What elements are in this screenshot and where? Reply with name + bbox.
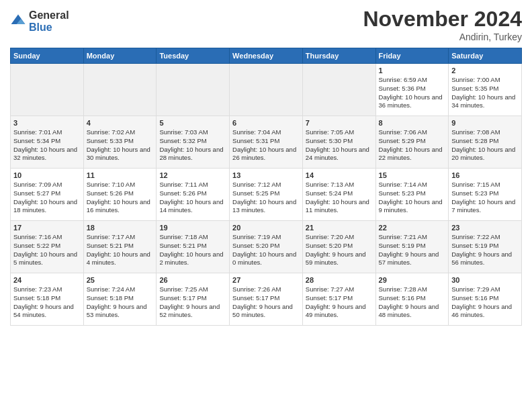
calendar-cell: [230, 64, 303, 116]
header-cell-friday: Friday: [375, 48, 449, 64]
header-cell-monday: Monday: [83, 48, 157, 64]
day-info: Sunset: 5:32 PM: [159, 137, 226, 146]
day-info: Sunset: 5:16 PM: [379, 294, 446, 303]
calendar-cell: 23Sunrise: 7:22 AMSunset: 5:19 PMDayligh…: [449, 221, 522, 273]
day-info: Sunrise: 7:28 AM: [379, 285, 446, 294]
calendar-cell: 27Sunrise: 7:26 AMSunset: 5:17 PMDayligh…: [230, 273, 303, 326]
day-info: Daylight: 10 hours and 16 minutes.: [87, 198, 154, 216]
day-info: Sunset: 5:17 PM: [232, 294, 300, 303]
day-info: Sunset: 5:36 PM: [379, 85, 446, 93]
day-info: Sunset: 5:33 PM: [87, 137, 154, 146]
day-info: Daylight: 10 hours and 32 minutes.: [13, 146, 81, 163]
day-info: Sunset: 5:20 PM: [306, 242, 373, 250]
day-number: 23: [451, 224, 519, 232]
day-info: Sunrise: 7:13 AM: [306, 181, 373, 189]
day-info: Sunset: 5:23 PM: [379, 189, 446, 198]
day-info: Daylight: 10 hours and 36 minutes.: [379, 93, 446, 111]
calendar-cell: 25Sunrise: 7:24 AMSunset: 5:18 PMDayligh…: [83, 273, 157, 326]
day-number: 29: [379, 276, 446, 284]
logo-text: General Blue: [29, 9, 69, 33]
day-info: Daylight: 9 hours and 54 minutes.: [13, 303, 81, 320]
day-info: Sunset: 5:25 PM: [232, 189, 300, 198]
day-info: Sunrise: 7:19 AM: [232, 233, 300, 242]
header-row: SundayMondayTuesdayWednesdayThursdayFrid…: [11, 48, 522, 64]
day-info: Daylight: 10 hours and 20 minutes.: [451, 146, 519, 163]
day-info: Sunrise: 7:29 AM: [451, 285, 519, 294]
calendar-week-2: 3Sunrise: 7:01 AMSunset: 5:34 PMDaylight…: [11, 116, 522, 169]
day-info: Daylight: 10 hours and 24 minutes.: [306, 146, 373, 163]
day-info: Sunrise: 7:16 AM: [13, 233, 81, 242]
calendar-cell: [157, 64, 230, 116]
calendar-cell: [302, 64, 375, 116]
day-number: 20: [232, 224, 300, 232]
day-number: 4: [87, 119, 154, 127]
day-info: Daylight: 10 hours and 11 minutes.: [306, 198, 373, 216]
day-number: 25: [87, 276, 154, 284]
header-cell-thursday: Thursday: [302, 48, 375, 64]
title-block: November 2024 Andirin, Turkey: [363, 7, 522, 42]
header-cell-tuesday: Tuesday: [157, 48, 230, 64]
day-info: Sunset: 5:18 PM: [13, 294, 81, 303]
logo-blue-text: Blue: [29, 21, 69, 34]
day-number: 9: [451, 119, 519, 127]
day-info: Daylight: 10 hours and 7 minutes.: [451, 198, 519, 216]
calendar-week-5: 24Sunrise: 7:23 AMSunset: 5:18 PMDayligh…: [11, 273, 522, 326]
calendar-cell: 24Sunrise: 7:23 AMSunset: 5:18 PMDayligh…: [11, 273, 84, 326]
day-info: Sunset: 5:30 PM: [306, 137, 373, 146]
calendar-cell: 6Sunrise: 7:04 AMSunset: 5:31 PMDaylight…: [230, 116, 303, 169]
day-info: Sunrise: 7:20 AM: [306, 233, 373, 242]
calendar-table: SundayMondayTuesdayWednesdayThursdayFrid…: [10, 48, 522, 326]
calendar-cell: 13Sunrise: 7:12 AMSunset: 5:25 PMDayligh…: [230, 169, 303, 221]
day-info: Sunset: 5:29 PM: [379, 137, 446, 146]
day-info: Sunrise: 7:12 AM: [232, 181, 300, 189]
day-number: 21: [306, 224, 373, 232]
day-info: Daylight: 10 hours and 14 minutes.: [159, 198, 226, 216]
page-header: General Blue November 2024 Andirin, Turk…: [10, 7, 522, 42]
day-number: 14: [306, 171, 373, 179]
day-info: Daylight: 9 hours and 49 minutes.: [306, 303, 373, 320]
calendar-cell: 12Sunrise: 7:11 AMSunset: 5:26 PMDayligh…: [157, 169, 230, 221]
day-number: 16: [451, 171, 519, 179]
calendar-week-4: 17Sunrise: 7:16 AMSunset: 5:22 PMDayligh…: [11, 221, 522, 273]
day-info: Sunrise: 7:15 AM: [451, 181, 519, 189]
day-info: Daylight: 10 hours and 9 minutes.: [379, 198, 446, 216]
day-info: Sunrise: 7:25 AM: [159, 285, 226, 294]
calendar-cell: 7Sunrise: 7:05 AMSunset: 5:30 PMDaylight…: [302, 116, 375, 169]
day-info: Sunrise: 7:02 AM: [87, 128, 154, 137]
calendar-cell: 18Sunrise: 7:17 AMSunset: 5:21 PMDayligh…: [83, 221, 157, 273]
day-info: Sunrise: 7:27 AM: [306, 285, 373, 294]
day-info: Sunrise: 7:18 AM: [159, 233, 226, 242]
day-info: Sunset: 5:19 PM: [451, 242, 519, 250]
calendar-week-1: 1Sunrise: 6:59 AMSunset: 5:36 PMDaylight…: [11, 64, 522, 116]
calendar-cell: 20Sunrise: 7:19 AMSunset: 5:20 PMDayligh…: [230, 221, 303, 273]
day-number: 15: [379, 171, 446, 179]
day-number: 5: [159, 119, 226, 127]
day-info: Sunset: 5:20 PM: [232, 242, 300, 250]
calendar-cell: 30Sunrise: 7:29 AMSunset: 5:16 PMDayligh…: [449, 273, 522, 326]
calendar-page: General Blue November 2024 Andirin, Turk…: [0, 0, 532, 411]
calendar-body: 1Sunrise: 6:59 AMSunset: 5:36 PMDaylight…: [11, 64, 522, 326]
calendar-cell: 14Sunrise: 7:13 AMSunset: 5:24 PMDayligh…: [302, 169, 375, 221]
logo-general-text: General: [29, 9, 69, 21]
calendar-cell: 5Sunrise: 7:03 AMSunset: 5:32 PMDaylight…: [157, 116, 230, 169]
calendar-header: SundayMondayTuesdayWednesdayThursdayFrid…: [11, 48, 522, 64]
day-number: 12: [159, 171, 226, 179]
day-number: 30: [451, 276, 519, 284]
day-info: Sunset: 5:35 PM: [451, 85, 519, 93]
calendar-cell: 19Sunrise: 7:18 AMSunset: 5:21 PMDayligh…: [157, 221, 230, 273]
day-number: 17: [13, 224, 81, 232]
day-number: 8: [379, 119, 446, 127]
day-info: Daylight: 9 hours and 57 minutes.: [379, 250, 446, 268]
day-info: Sunset: 5:22 PM: [13, 242, 81, 250]
day-info: Sunrise: 7:24 AM: [87, 285, 154, 294]
calendar-cell: 1Sunrise: 6:59 AMSunset: 5:36 PMDaylight…: [375, 64, 449, 116]
day-info: Daylight: 9 hours and 56 minutes.: [451, 250, 519, 268]
day-info: Sunset: 5:21 PM: [87, 242, 154, 250]
day-info: Daylight: 10 hours and 34 minutes.: [451, 93, 519, 111]
day-number: 26: [159, 276, 226, 284]
day-info: Sunrise: 7:23 AM: [13, 285, 81, 294]
day-info: Daylight: 10 hours and 22 minutes.: [379, 146, 446, 163]
header-cell-saturday: Saturday: [449, 48, 522, 64]
day-info: Sunrise: 7:09 AM: [13, 181, 81, 189]
day-number: 2: [451, 66, 519, 75]
